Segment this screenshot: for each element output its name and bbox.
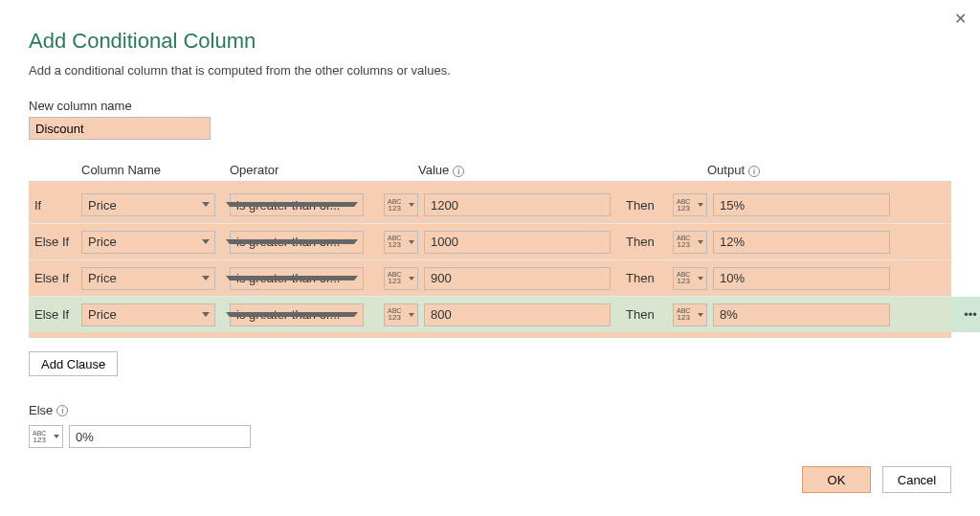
header-value: Value	[418, 163, 449, 177]
output-input[interactable]: 12%	[713, 231, 890, 254]
rule-keyword: Else If	[29, 271, 81, 285]
value-type-dropdown[interactable]: ABC123	[384, 231, 418, 254]
then-label: Then	[620, 307, 673, 322]
else-value-input[interactable]: 0%	[69, 425, 251, 448]
new-column-name-input[interactable]	[29, 117, 211, 140]
rule-row: Else IfPriceis greater than or...ABC1238…	[29, 296, 951, 332]
else-label: Elsei	[29, 403, 68, 417]
add-clause-button[interactable]: Add Clause	[29, 351, 118, 376]
new-column-name-label: New column name	[29, 99, 951, 113]
output-input[interactable]: 10%	[713, 267, 890, 290]
info-icon[interactable]: i	[748, 166, 760, 177]
chevron-down-icon	[202, 202, 210, 207]
chevron-down-icon	[409, 203, 414, 207]
rule-keyword: If	[29, 198, 81, 213]
operator-dropdown[interactable]: is greater than or...	[230, 303, 364, 326]
chevron-down-icon	[226, 276, 358, 280]
header-operator: Operator	[230, 163, 378, 177]
operator-dropdown[interactable]: is greater than or...	[230, 193, 364, 216]
header-column-name: Column Name	[81, 163, 230, 177]
chevron-down-icon	[226, 202, 358, 207]
rules-block: IfPriceis greater than or...ABC1231200Th…	[29, 181, 951, 338]
dialog-title: Add Conditional Column	[29, 29, 951, 54]
column-name-dropdown[interactable]: Price	[81, 267, 215, 290]
chevron-down-icon	[698, 277, 703, 280]
value-input[interactable]: 1200	[424, 193, 611, 216]
rule-row: Else IfPriceis greater than or...ABC1231…	[29, 223, 951, 259]
dialog-subtitle: Add a conditional column that is compute…	[29, 63, 951, 78]
dialog-footer: OK Cancel	[802, 466, 951, 493]
cancel-button[interactable]: Cancel	[882, 466, 951, 493]
then-label: Then	[620, 235, 673, 249]
close-icon[interactable]: ✕	[954, 10, 967, 28]
operator-dropdown[interactable]: is greater than or...	[230, 231, 364, 254]
chevron-down-icon	[54, 435, 59, 438]
value-input[interactable]: 800	[424, 303, 611, 326]
output-type-dropdown[interactable]: ABC123	[673, 303, 707, 326]
chevron-down-icon	[409, 240, 414, 244]
header-output: Output	[707, 163, 745, 177]
then-label: Then	[620, 198, 673, 213]
value-type-dropdown[interactable]: ABC123	[384, 267, 418, 290]
rules-header-row: Column Name Operator Valuei Outputi	[29, 163, 951, 181]
row-more-button[interactable]: •••	[951, 297, 980, 332]
column-name-dropdown[interactable]: Price	[81, 303, 215, 326]
value-type-dropdown[interactable]: ABC123	[384, 303, 418, 326]
chevron-down-icon	[226, 239, 358, 244]
info-icon[interactable]: i	[56, 405, 68, 416]
rule-row: Else IfPriceis greater than or...ABC1239…	[29, 259, 951, 296]
rule-keyword: Else If	[29, 235, 81, 249]
output-type-dropdown[interactable]: ABC123	[673, 231, 707, 254]
column-name-dropdown[interactable]: Price	[81, 231, 215, 254]
output-input[interactable]: 15%	[713, 193, 890, 216]
rule-keyword: Else If	[29, 307, 81, 322]
chevron-down-icon	[226, 312, 358, 317]
column-name-dropdown[interactable]: Price	[81, 193, 215, 216]
output-type-dropdown[interactable]: ABC123	[673, 193, 707, 216]
rule-row: IfPriceis greater than or...ABC1231200Th…	[29, 187, 951, 223]
chevron-down-icon	[202, 312, 210, 317]
ok-button[interactable]: OK	[802, 466, 871, 493]
value-input[interactable]: 900	[424, 267, 611, 290]
chevron-down-icon	[698, 203, 703, 207]
info-icon[interactable]: i	[453, 166, 464, 177]
else-type-dropdown[interactable]: ABC123	[29, 425, 63, 448]
add-conditional-column-dialog: Add Conditional Column Add a conditional…	[0, 0, 980, 448]
output-input[interactable]: 8%	[713, 303, 890, 326]
chevron-down-icon	[202, 276, 210, 280]
then-label: Then	[620, 271, 673, 285]
chevron-down-icon	[698, 313, 703, 317]
value-type-dropdown[interactable]: ABC123	[384, 193, 418, 216]
chevron-down-icon	[202, 239, 210, 244]
output-type-dropdown[interactable]: ABC123	[673, 267, 707, 290]
chevron-down-icon	[409, 313, 414, 317]
chevron-down-icon	[698, 240, 703, 244]
chevron-down-icon	[409, 277, 414, 280]
value-input[interactable]: 1000	[424, 231, 611, 254]
operator-dropdown[interactable]: is greater than or...	[230, 267, 364, 290]
